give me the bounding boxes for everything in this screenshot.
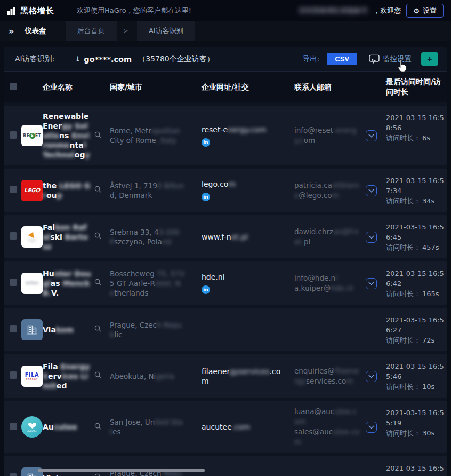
monitored-domain[interactable]: go****.com: [84, 55, 132, 64]
company-name: Hunter Douglas Menck B.V.: [43, 269, 94, 298]
row-checkbox[interactable]: [10, 279, 17, 286]
row-checkbox[interactable]: [10, 232, 17, 240]
linkedin-icon[interactable]: in: [202, 193, 210, 201]
add-domain-button[interactable]: +: [421, 52, 438, 66]
search-icon[interactable]: [94, 422, 102, 430]
tab-backend-home[interactable]: 后台首页: [66, 21, 117, 41]
company-website[interactable]: reset-energy.com: [202, 125, 294, 134]
visit-time: 2021-03-15 16:55:19: [386, 408, 447, 428]
email-expand-button[interactable]: [366, 232, 377, 243]
company-emails: info@reset-energy.com: [294, 125, 366, 146]
company-emails: info@hde.nla.kuiper@hde.nl: [294, 273, 366, 293]
email-expand-button[interactable]: [366, 278, 377, 289]
visitor-count: （35780个企业访客）: [138, 54, 214, 64]
company-emails: dawid.chrzan@f-net.pl: [294, 227, 366, 247]
visit-duration: 访问时长：165s: [386, 289, 447, 299]
brand-name: 黑格增长: [20, 6, 54, 16]
table-row: FILAENERGY Fila Energy Services Limited …: [4, 354, 447, 398]
company-website[interactable]: www.f-net.pl: [202, 232, 294, 242]
row-checkbox[interactable]: [10, 423, 17, 430]
row-checkbox[interactable]: [10, 186, 17, 193]
company-location: Abeokuta, Nigeria: [110, 371, 202, 381]
table-row: LEGO the LEGO Group Åstvej 1, 7190 Billu…: [4, 169, 447, 212]
column-header-email: 联系人邮箱: [294, 82, 366, 92]
company-website[interactable]: aucutee.com: [202, 422, 294, 432]
company-location: Srebrna 33, 43-200 Pszczyna, Poland: [110, 227, 202, 247]
monitor-icon: [369, 54, 380, 64]
sort-desc-icon[interactable]: ↓: [75, 55, 80, 63]
company-name: Falkon Rafalski Bartosz: [43, 223, 94, 251]
search-icon[interactable]: [94, 278, 102, 286]
table-row: RESET Renewable Energy Solutions Environ…: [4, 106, 447, 165]
search-icon[interactable]: [94, 185, 102, 193]
visit-duration-label: 访问时长：: [386, 383, 421, 391]
email-expand-button[interactable]: [366, 185, 377, 196]
search-icon[interactable]: [94, 324, 102, 332]
search-icon[interactable]: [94, 371, 102, 379]
email-expand-button[interactable]: [366, 422, 377, 433]
tab-ai-visitor[interactable]: AI访客识别: [137, 21, 195, 41]
company-emails: luana@aucutee.comsales@aucutee.com: [294, 407, 366, 447]
visit-duration: 访问时长：10s: [386, 382, 447, 392]
company-website[interactable]: filaenergyservices.com: [202, 367, 294, 386]
monitor-settings-label: 监控设置: [383, 54, 412, 64]
company-emails: enquiries@filaenergyservices.com: [294, 366, 366, 386]
brand: 黑格增长: [7, 6, 54, 16]
visit-duration: 访问时长：34s: [386, 196, 447, 206]
company-location: San Jose, United States: [110, 417, 202, 437]
email-expand-button[interactable]: [366, 371, 377, 382]
visit-time: 2021-03-15 16:57:34: [386, 176, 447, 196]
search-icon[interactable]: [94, 232, 102, 240]
row-checkbox[interactable]: [10, 473, 17, 476]
visit-duration-value: 165s: [422, 290, 439, 298]
company-website[interactable]: lego.com: [202, 179, 294, 189]
export-csv-button[interactable]: CSV: [327, 53, 357, 65]
column-header-country: 国家/城市: [110, 82, 202, 92]
visit-duration: 访问时长：457s: [386, 242, 447, 252]
sidebar-item-dashboard[interactable]: 仪表盘: [25, 26, 46, 36]
visit-duration-label: 访问时长：: [386, 336, 421, 344]
search-icon[interactable]: [94, 473, 102, 476]
monitor-settings-link[interactable]: 监控设置: [369, 54, 412, 64]
visit-time: 2021-03-15 16:54:48: [386, 463, 447, 476]
row-checkbox[interactable]: [10, 371, 17, 379]
company-location: Bosscheweg 75, 5735 GT Aarle-Rixtel, Net…: [110, 269, 202, 298]
settings-button[interactable]: ⚙ 设置: [406, 4, 444, 18]
gear-icon: ⚙: [413, 7, 420, 15]
table-row: f.net Falkon Rafalski Bartosz Srebrna 33…: [4, 215, 447, 258]
panel-header: AI访客识别: ↓ go****.com （35780个企业访客） 导出: CS…: [4, 47, 447, 72]
visit-duration: 访问时长：6s: [386, 133, 447, 143]
select-all-checkbox[interactable]: [10, 83, 17, 90]
export-label: 导出:: [303, 54, 320, 64]
linkedin-icon[interactable]: in: [202, 285, 210, 294]
visit-time: 2021-03-15 16:56:45: [386, 222, 447, 242]
horizontal-scrollbar[interactable]: [38, 469, 205, 472]
column-header-website: 企业网址/社交: [202, 82, 294, 92]
column-header-company: 企业名称: [43, 82, 94, 92]
company-website[interactable]: hde.nl: [202, 272, 294, 282]
company-logo: artex: [21, 273, 43, 294]
visit-duration-label: 访问时长：: [386, 134, 421, 142]
company-name: the LEGO Group: [43, 181, 94, 200]
company-name: Fila Energy Services Limited: [43, 362, 94, 391]
email-expand-button[interactable]: [366, 130, 377, 141]
bar-chart-icon: [7, 6, 17, 15]
linkedin-icon[interactable]: in: [202, 138, 210, 147]
visit-duration-label: 访问时长：: [386, 197, 421, 205]
ai-visitor-panel: AI访客识别: ↓ go****.com （35780个企业访客） 导出: CS…: [4, 47, 447, 476]
company-location: Prague, Czech Republic: [110, 320, 202, 339]
panel-title: AI访客识别:: [15, 54, 54, 64]
double-chevron-icon[interactable]: »: [0, 26, 16, 36]
visit-duration: 访问时长：72s: [386, 335, 447, 345]
welcome-message: 欢迎使用HaGro，您的客户都在这里!: [77, 6, 191, 15]
company-location: Rome, Metropolitan City of Rome, Italy: [110, 126, 202, 145]
username-blurred: 深圳黑格增长体验账号: [299, 6, 368, 15]
company-location: Åstvej 1, 7190 Billund, Denmark: [110, 181, 202, 200]
search-icon[interactable]: [94, 131, 102, 139]
row-checkbox[interactable]: [10, 325, 17, 332]
company-logo: [21, 319, 43, 340]
row-checkbox[interactable]: [10, 131, 17, 139]
table-header-row: 企业名称 国家/城市 企业网址/社交 联系人邮箱 最后访问时间/访问时长: [4, 72, 447, 102]
table-row: AuCuTee Aucutee San Jose, United States …: [4, 401, 447, 453]
visit-duration-label: 访问时长：: [386, 290, 421, 298]
